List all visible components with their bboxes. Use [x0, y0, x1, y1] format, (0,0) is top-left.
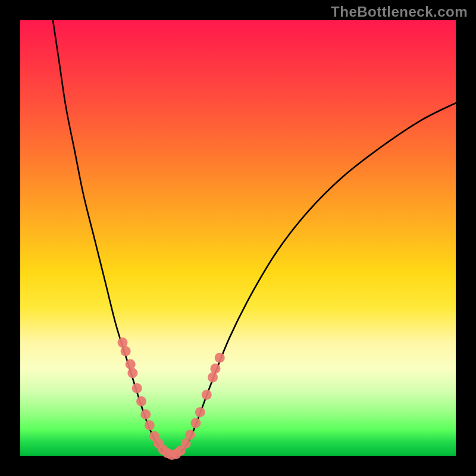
- plot-area: [20, 20, 456, 456]
- curve-marker: [127, 368, 137, 378]
- bottleneck-curve: [53, 20, 456, 456]
- curve-marker: [195, 407, 205, 417]
- curve-markers: [118, 337, 225, 460]
- curve-marker: [140, 409, 151, 419]
- curve-marker: [136, 396, 146, 406]
- curve-marker: [185, 430, 195, 440]
- chart-svg: [20, 20, 456, 456]
- curve-marker: [126, 359, 136, 369]
- curve-marker: [145, 420, 155, 430]
- curve-marker: [191, 418, 201, 428]
- curve-marker: [215, 353, 225, 363]
- curve-marker: [202, 390, 212, 400]
- curve-marker: [210, 364, 220, 374]
- curve-marker: [208, 372, 218, 383]
- chart-frame: TheBottleneck.com: [0, 0, 476, 476]
- curve-marker: [118, 337, 128, 347]
- watermark-text: TheBottleneck.com: [331, 4, 468, 20]
- curve-marker: [132, 383, 142, 393]
- curve-marker: [121, 346, 131, 356]
- curve-marker: [181, 439, 191, 449]
